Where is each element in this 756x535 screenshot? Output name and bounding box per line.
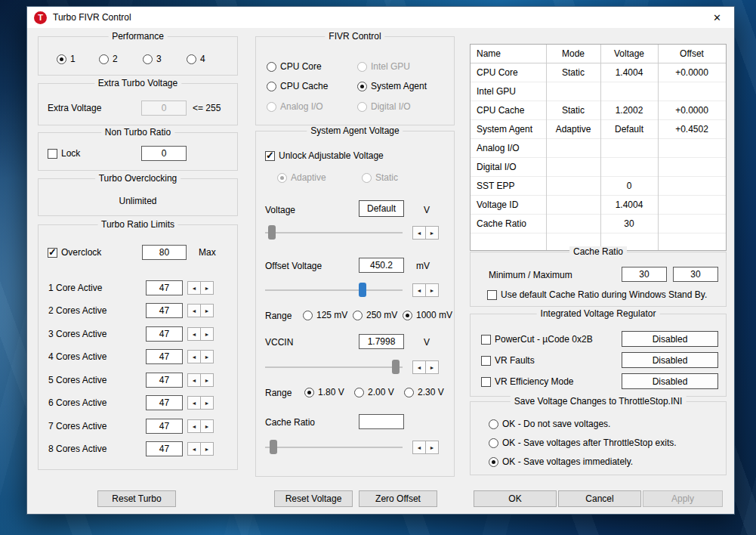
table-column-divider <box>658 45 659 250</box>
fivr-radio-cpu-core[interactable]: CPU Core <box>267 60 322 73</box>
spin-right-icon[interactable]: ► <box>200 327 214 341</box>
spin-left-icon[interactable]: ◄ <box>412 360 426 374</box>
vr-efficiency-checkbox[interactable]: VR Efficiency Mode <box>481 376 574 388</box>
spin-left-icon[interactable]: ◄ <box>187 373 201 387</box>
spin-left-icon[interactable]: ◄ <box>187 304 201 317</box>
save-radio-do-not-save[interactable]: OK - Do not save voltages. <box>489 418 610 430</box>
range-radio-230v[interactable]: 2.30 V <box>404 386 444 398</box>
standby-cache-ratio-checkbox[interactable]: Use default Cache Ratio during Windows S… <box>487 289 707 301</box>
range-radio-125mv[interactable]: 125 mV <box>303 309 347 321</box>
performance-radio-1[interactable]: 1 <box>57 53 76 65</box>
radio-label: 1.80 V <box>318 387 344 397</box>
spin-right-icon[interactable]: ► <box>425 226 439 240</box>
ok-button[interactable]: OK <box>474 490 557 507</box>
fivr-radio-system-agent[interactable]: System Agent <box>357 80 427 92</box>
fivr-radio-digital-io[interactable]: Digital I/O <box>357 101 411 113</box>
reset-turbo-button[interactable]: Reset Turbo <box>97 490 176 507</box>
slider-thumb[interactable] <box>392 360 400 374</box>
spin-left-icon[interactable]: ◄ <box>412 226 426 240</box>
reset-voltage-button[interactable]: Reset Voltage <box>274 490 353 507</box>
cache-ratio-max-input[interactable] <box>673 267 718 282</box>
range-radio-1000mv[interactable]: 1000 mV <box>403 309 452 321</box>
spin-left-icon[interactable]: ◄ <box>412 283 426 297</box>
zero-offset-button[interactable]: Zero Offset <box>359 490 437 507</box>
table-row: System Agent Adaptive Default +0.4502 <box>471 120 726 139</box>
save-radio-save-immediately[interactable]: OK - Save voltages immediately. <box>489 456 633 468</box>
spin-right-icon[interactable]: ► <box>200 373 214 387</box>
overclock-checkbox[interactable]: Overclock <box>48 246 101 258</box>
core-ratio-spinner: ◄► <box>187 373 214 387</box>
spin-left-icon[interactable]: ◄ <box>412 441 426 454</box>
static-radio[interactable]: Static <box>362 172 398 184</box>
offset-voltage-input[interactable] <box>359 258 404 273</box>
cache-ratio-slider[interactable] <box>265 440 403 455</box>
vccin-slider[interactable] <box>265 360 403 375</box>
cache-ratio-spinner: ◄► <box>412 441 439 454</box>
spin-left-icon[interactable]: ◄ <box>187 281 201 295</box>
range-radio-250mv[interactable]: 250 mV <box>353 309 397 321</box>
core-ratio-input[interactable] <box>146 419 183 434</box>
core-ratio-input[interactable] <box>146 280 183 295</box>
close-icon[interactable]: ✕ <box>700 7 734 28</box>
overclock-max-input[interactable] <box>142 245 187 260</box>
fivr-radio-intel-gpu[interactable]: Intel GPU <box>357 60 410 73</box>
cell <box>546 82 600 101</box>
slider-thumb[interactable] <box>359 283 366 297</box>
core-ratio-input[interactable] <box>146 373 183 388</box>
title-bar[interactable]: T Turbo FIVR Control ✕ <box>27 7 734 28</box>
spin-left-icon[interactable]: ◄ <box>187 350 201 363</box>
checkbox-label: VR Faults <box>495 355 535 366</box>
voltage-default-button[interactable]: Default <box>359 200 404 217</box>
spin-right-icon[interactable]: ► <box>425 441 439 454</box>
performance-group: Performance 1 2 3 4 <box>38 36 238 76</box>
save-radio-save-on-exit[interactable]: OK - Save voltages after ThrottleStop ex… <box>489 437 677 449</box>
cancel-button[interactable]: Cancel <box>558 490 641 507</box>
spin-right-icon[interactable]: ► <box>200 442 214 456</box>
core-ratio-input[interactable] <box>146 303 183 318</box>
vccin-input[interactable] <box>359 334 404 349</box>
apply-button[interactable]: Apply <box>643 490 723 507</box>
vr-faults-state-button[interactable]: Disabled <box>622 352 718 368</box>
cache-ratio-group-title: Cache Ratio <box>569 246 627 257</box>
extra-voltage-input[interactable] <box>141 101 187 116</box>
spin-left-icon[interactable]: ◄ <box>187 327 201 341</box>
adaptive-radio[interactable]: Adaptive <box>277 172 326 184</box>
range-radio-180v[interactable]: 1.80 V <box>304 386 344 398</box>
checkbox-icon <box>48 248 57 258</box>
spin-right-icon[interactable]: ► <box>425 360 439 374</box>
fivr-radio-analog-io[interactable]: Analog I/O <box>267 101 323 113</box>
spin-right-icon[interactable]: ► <box>200 350 214 363</box>
spin-left-icon[interactable]: ◄ <box>187 419 201 433</box>
vr-efficiency-state-button[interactable]: Disabled <box>622 373 718 389</box>
powercut-checkbox[interactable]: PowerCut - µCode 0x2B <box>481 333 593 345</box>
core-ratio-input[interactable] <box>146 326 183 342</box>
lock-checkbox[interactable]: Lock <box>48 147 80 159</box>
spin-left-icon[interactable]: ◄ <box>187 396 201 410</box>
core-ratio-input[interactable] <box>146 441 183 456</box>
powercut-state-button[interactable]: Disabled <box>622 331 718 347</box>
performance-radio-2[interactable]: 2 <box>99 53 118 65</box>
spin-right-icon[interactable]: ► <box>200 304 214 317</box>
performance-radio-3[interactable]: 3 <box>143 53 162 65</box>
spin-left-icon[interactable]: ◄ <box>187 442 201 456</box>
integrated-voltage-regulator-group: Integrated Voltage Regulator PowerCut - … <box>470 314 727 397</box>
slider-thumb[interactable] <box>270 440 277 454</box>
spin-right-icon[interactable]: ► <box>200 419 214 433</box>
core-ratio-input[interactable] <box>146 395 183 410</box>
spin-right-icon[interactable]: ► <box>200 281 214 295</box>
unlock-adjustable-voltage-checkbox[interactable]: Unlock Adjustable Voltage <box>265 150 384 162</box>
offset-voltage-slider[interactable] <box>265 283 403 298</box>
cache-ratio-input[interactable] <box>359 414 404 429</box>
performance-radio-4[interactable]: 4 <box>187 53 205 65</box>
range-radio-200v[interactable]: 2.00 V <box>354 386 394 398</box>
spin-right-icon[interactable]: ► <box>200 396 214 410</box>
spin-right-icon[interactable]: ► <box>425 283 439 297</box>
non-turbo-ratio-input[interactable] <box>141 146 187 161</box>
slider-thumb[interactable] <box>268 225 276 240</box>
turbo-ratio-limits-group: Turbo Ratio Limits Overclock Max 1 Core … <box>38 224 238 470</box>
voltage-slider[interactable] <box>265 225 403 240</box>
fivr-radio-cpu-cache[interactable]: CPU Cache <box>267 80 328 92</box>
vr-faults-checkbox[interactable]: VR Faults <box>481 354 535 366</box>
cache-ratio-min-input[interactable] <box>622 267 667 282</box>
core-ratio-input[interactable] <box>146 349 183 364</box>
